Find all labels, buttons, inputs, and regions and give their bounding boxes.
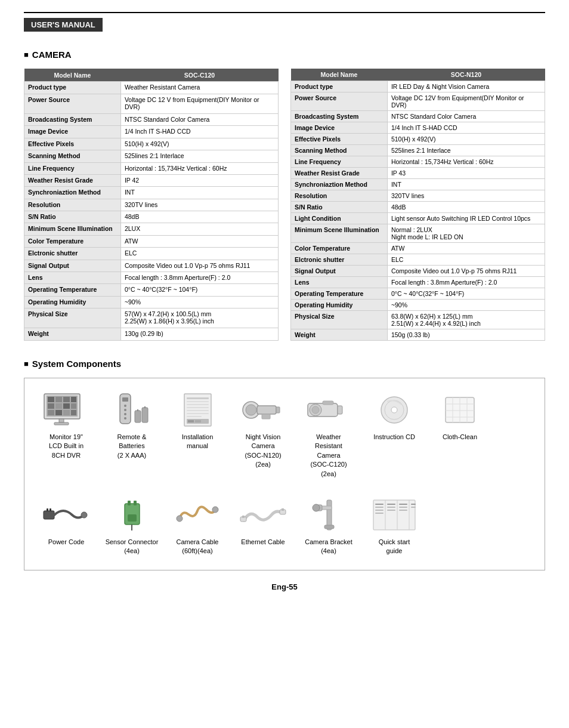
table-cell-value: NTSC Standard Color Camera	[387, 111, 545, 122]
svg-rect-86	[387, 507, 395, 508]
component-monitor-label: Monitor 19"LCD Built in8CH DVR	[49, 433, 84, 460]
svg-rect-6	[48, 403, 54, 409]
table-cell: Signal Output	[24, 260, 121, 272]
table-cell-value: ELC	[120, 248, 278, 260]
table1-model-value: SOC-C120	[120, 69, 278, 82]
svg-rect-59	[50, 508, 51, 511]
table-cell-value: NTSC Standard Color Camera	[120, 114, 278, 126]
spec-table-soc-n120: Model Name SOC-N120 Product typeIR LED D…	[290, 69, 545, 341]
table-cell-value: 1/4 Inch IT S-HAD CCD	[120, 126, 278, 138]
svg-rect-45	[338, 406, 342, 414]
component-cd: Instruction CD	[361, 387, 427, 446]
svg-rect-88	[399, 504, 407, 505]
cloth-icon	[436, 392, 484, 428]
svg-rect-82	[375, 507, 384, 508]
cd-icon	[370, 392, 418, 428]
svg-rect-84	[375, 513, 384, 514]
table-cell: Effective Pixels	[291, 134, 388, 145]
component-power-cord: Power Code	[33, 492, 99, 551]
table-cell: Elctronic shutter	[291, 254, 388, 266]
power-cord-icon	[42, 497, 90, 533]
table-cell-value: Voltage DC 12 V from Equipment(DIY Monit…	[120, 94, 278, 113]
system-components-box: Monitor 19"LCD Built in8CH DVR	[24, 378, 545, 570]
table-cell: Signal Output	[291, 266, 388, 277]
table-cell: Lens	[24, 272, 121, 283]
camera-cable-icon	[174, 497, 221, 533]
manual-title: USER'S MANUAL	[24, 18, 103, 32]
table-cell-value: Light sensor Auto Switching IR LED Contr…	[387, 213, 545, 224]
table-cell: Product type	[24, 82, 121, 94]
svg-rect-32	[187, 413, 209, 414]
svg-rect-15	[54, 422, 69, 425]
table-cell-value: 130g (0.29 lb)	[120, 328, 278, 341]
component-monitor: Monitor 19"LCD Built in8CH DVR	[33, 387, 99, 465]
table-cell-value: Weather Resistant Camera	[120, 82, 278, 94]
table-cell-value: 63.8(W) x 62(H) x 125(L) mm 2.51(W) x 2.…	[387, 311, 545, 329]
table-cell: Physical Size	[291, 311, 388, 329]
svg-rect-12	[63, 410, 70, 415]
table-cell: Light Condition	[291, 213, 388, 224]
camera-bracket-icon	[305, 497, 352, 533]
camera-section-title: CAMERA	[24, 50, 545, 60]
svg-point-18	[124, 405, 126, 407]
svg-point-19	[124, 409, 126, 411]
table-cell-value: 525lines 2:1 Interlace	[120, 150, 278, 162]
svg-rect-71	[282, 508, 284, 511]
svg-rect-63	[134, 501, 137, 505]
table-cell-value: ATW	[120, 235, 278, 247]
table-cell-value: 48dB	[120, 211, 278, 223]
table-cell: Elctronic shutter	[24, 248, 121, 260]
table-cell: Weather Resist Grade	[291, 168, 388, 179]
table-cell: Line Frequency	[24, 162, 121, 174]
svg-rect-4	[63, 397, 70, 402]
component-cloth: Cloth-Clean	[427, 387, 493, 446]
table-cell: Synchroniaztion Method	[291, 179, 388, 190]
table-cell-value: ELC	[387, 254, 545, 266]
svg-point-44	[312, 406, 319, 414]
table-cell: Operating Temperature	[291, 288, 388, 300]
svg-rect-5	[71, 397, 76, 402]
svg-point-21	[124, 417, 126, 419]
table-cell: S/N Ratio	[24, 211, 121, 223]
table-cell-value: 0°C ~ 40°C(32°F ~ 104°F)	[387, 288, 545, 300]
svg-rect-64	[128, 514, 137, 522]
component-ethernet-label: Ethernet Cable	[241, 538, 284, 547]
svg-rect-28	[187, 401, 209, 402]
table-cell: Minimum Scene Illumination	[291, 224, 388, 243]
svg-rect-83	[375, 510, 384, 511]
table-cell-value: ~90%	[387, 300, 545, 311]
monitor-icon	[42, 392, 90, 428]
sensor-connector-icon	[108, 497, 156, 533]
svg-point-67	[212, 507, 218, 513]
table-cell: Synchroniaztion Method	[24, 187, 121, 199]
ethernet-cable-icon	[239, 497, 287, 533]
table-cell-value: 1/4 Inch IT S-HAD CCD	[387, 122, 545, 134]
table-cell: Physical Size	[24, 309, 121, 328]
component-weather-camera: WeatherResistantCamera(SOC-C120)(2ea)	[296, 387, 361, 483]
table-cell: Color Temperature	[24, 235, 121, 247]
svg-rect-8	[63, 403, 70, 409]
component-power-cord-label: Power Code	[48, 538, 85, 547]
table-cell: S/N Ratio	[291, 202, 388, 213]
svg-rect-35	[188, 420, 194, 422]
component-manual: Installationmanual	[165, 387, 230, 456]
table-cell-value: 150g (0.33 lb)	[387, 329, 545, 341]
table-cell-value: 510(H) x 492(V)	[387, 134, 545, 145]
table-cell: Weight	[24, 328, 121, 341]
svg-rect-13	[71, 410, 76, 415]
table-cell-value: IP 43	[387, 168, 545, 179]
component-quickstart: Quick startguide	[361, 492, 427, 561]
table-cell: Product type	[291, 81, 388, 92]
svg-rect-29	[187, 404, 209, 405]
table-cell: Operating Humidity	[291, 300, 388, 311]
component-cloth-label: Cloth-Clean	[443, 433, 477, 442]
table-cell: Operating Temperature	[24, 284, 121, 296]
svg-rect-62	[128, 501, 131, 505]
svg-rect-14	[59, 419, 64, 422]
table-cell-value: 320TV lines	[120, 199, 278, 211]
svg-rect-85	[387, 504, 395, 505]
table-cell-value: Composite Video out 1.0 Vp-p 75 ohms RJ1…	[387, 266, 545, 277]
night-camera-icon	[239, 392, 287, 428]
remote-icon	[108, 392, 156, 428]
table-cell: Scanning Method	[291, 145, 388, 156]
